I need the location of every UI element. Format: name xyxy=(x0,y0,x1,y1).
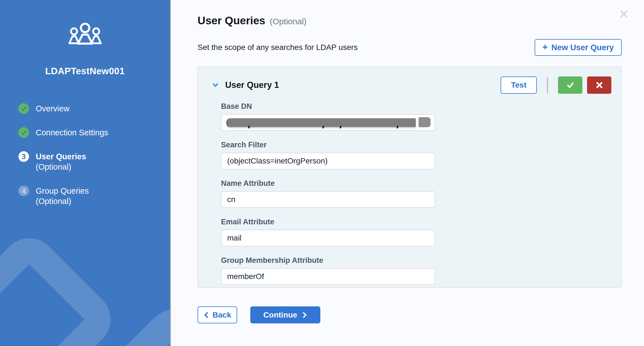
search-filter-input[interactable] xyxy=(221,153,435,169)
email-attribute-label: Email Attribute xyxy=(221,218,611,226)
back-button[interactable]: Back xyxy=(198,306,237,323)
step-number-badge: 3 xyxy=(18,151,29,162)
step-label: Group Queries xyxy=(36,186,89,196)
check-icon xyxy=(566,80,575,90)
group-membership-attribute-input[interactable] xyxy=(221,268,435,285)
ldap-wizard-modal: LDAPTestNew001 Overview xyxy=(0,0,644,346)
step-number-badge: 4 xyxy=(18,186,29,196)
query-title: User Query 1 xyxy=(225,80,279,90)
step-label: Overview xyxy=(36,103,69,114)
wizard-steps: Overview Connection Settings 3 xyxy=(0,103,170,206)
new-user-query-label: New User Query xyxy=(551,43,614,52)
base-dn-label: Base DN xyxy=(221,102,611,111)
step-user-queries[interactable]: 3 User Queries (Optional) xyxy=(18,151,170,172)
page-title-optional: (Optional) xyxy=(270,17,307,26)
step-sublabel: (Optional) xyxy=(36,196,89,206)
step-label: Connection Settings xyxy=(36,127,108,138)
step-label: User Queries xyxy=(36,151,86,162)
page-title: User Queries xyxy=(198,15,265,27)
page-header: User Queries (Optional) xyxy=(198,15,622,27)
continue-label: Continue xyxy=(263,311,297,319)
base-dn-input[interactable]: ( xyxy=(221,114,435,131)
wizard-sidebar: LDAPTestNew001 Overview xyxy=(0,0,171,346)
test-button[interactable]: Test xyxy=(501,76,537,94)
connector-name: LDAPTestNew001 xyxy=(0,66,170,76)
page-subtitle: Set the scope of any searches for LDAP u… xyxy=(198,43,358,52)
user-query-panel: User Query 1 Test xyxy=(198,66,622,288)
email-attribute-input[interactable] xyxy=(221,230,435,246)
close-icon[interactable] xyxy=(618,8,630,20)
chevron-left-icon xyxy=(204,312,209,318)
continue-button[interactable]: Continue xyxy=(250,306,320,323)
step-sublabel: (Optional) xyxy=(36,162,86,172)
plus-icon: + xyxy=(542,42,548,52)
x-icon xyxy=(595,81,603,89)
redaction-bar-cap xyxy=(419,117,431,127)
step-overview[interactable]: Overview xyxy=(18,103,170,114)
name-attribute-input[interactable] xyxy=(221,191,435,208)
brand-watermark xyxy=(0,227,122,346)
group-membership-attribute-label: Group Membership Attribute xyxy=(221,256,611,265)
step-complete-check-icon xyxy=(18,103,29,114)
step-complete-check-icon xyxy=(18,127,29,138)
vertical-divider xyxy=(547,77,548,93)
redaction-bar xyxy=(227,118,416,127)
step-connection-settings[interactable]: Connection Settings xyxy=(18,127,170,138)
delete-button[interactable] xyxy=(587,76,611,94)
step-group-queries[interactable]: 4 Group Queries (Optional) xyxy=(18,186,170,206)
chevron-right-icon xyxy=(302,312,307,318)
main-panel: User Queries (Optional) Set the scope of… xyxy=(171,0,644,346)
users-group-icon xyxy=(0,22,170,49)
name-attribute-label: Name Attribute xyxy=(221,179,611,188)
chevron-down-icon[interactable] xyxy=(211,81,220,89)
new-user-query-button[interactable]: + New User Query xyxy=(535,39,622,56)
search-filter-label: Search Filter xyxy=(221,141,611,149)
confirm-button[interactable] xyxy=(558,76,582,94)
back-label: Back xyxy=(213,311,231,319)
